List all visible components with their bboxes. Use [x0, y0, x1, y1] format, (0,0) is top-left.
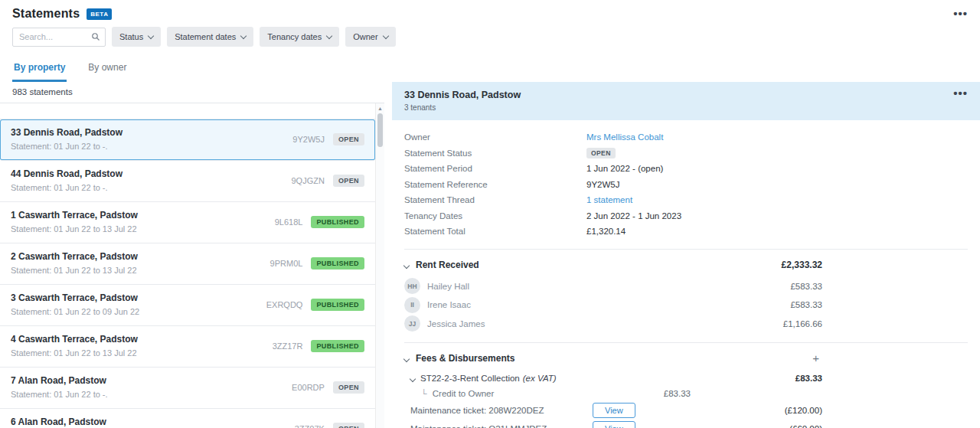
owner-link[interactable]: Mrs Mellissa Cobalt — [586, 132, 663, 142]
tenant-amount: £583.33 — [790, 300, 822, 309]
list-item-4-caswarth-terrace[interactable]: 4 Caswarth Terrace, Padstow Statement: 0… — [0, 326, 375, 368]
tenant-name: Jessica James — [427, 319, 485, 328]
filter-statement-dates[interactable]: Statement dates — [167, 27, 253, 47]
property-name: 6 Alan Road, Padstow — [11, 417, 295, 427]
page-more-button[interactable]: ••• — [953, 10, 968, 18]
collapse-fee-group-button[interactable] — [410, 374, 420, 383]
detail-property-title: 33 Dennis Road, Padstow — [404, 90, 521, 100]
field-label: Statement Thread — [404, 195, 586, 204]
fee-group-label: ST22-2-3-Rent Collection — [420, 374, 520, 383]
tenant-row: II Irene Isaac £583.33 — [404, 296, 822, 315]
field-label: Tenancy Dates — [404, 211, 586, 221]
fee-group-amount: £83.33 — [795, 374, 822, 383]
statement-reference: 9PRM0L — [270, 259, 303, 268]
list-item-6-alan-road[interactable]: 6 Alan Road, Padstow Statement: 01 Jun 2… — [0, 409, 375, 428]
list-scrollbar[interactable]: ▲ ▼ — [375, 103, 384, 428]
property-name: 44 Dennis Road, Padstow — [11, 168, 291, 179]
statement-period: Statement: 01 Jun 22 to -. — [11, 183, 291, 192]
statement-reference: EXRQDQ — [266, 300, 303, 309]
ticket-label: Maintenance ticket: O21LMMJDEZ — [410, 424, 593, 428]
credit-label: Credit to Owner — [433, 389, 495, 398]
statement-reference: E00RDP — [292, 383, 325, 392]
detail-tenant-count: 3 tenants — [404, 103, 521, 112]
view-tabs: By property By owner — [0, 54, 980, 82]
statement-period: Statement: 01 Jun 22 to 09 Jun 22 — [11, 307, 266, 316]
chevron-down-icon — [240, 32, 247, 38]
tab-by-property[interactable]: By property — [12, 59, 67, 82]
page-title: Statements — [12, 7, 80, 21]
filter-tenancy-dates-label: Tenancy dates — [267, 32, 322, 41]
list-item-1-caswarth-terrace[interactable]: 1 Caswarth Terrace, Padstow Statement: 0… — [0, 202, 375, 243]
statement-period: Statement: 01 Jun 22 to 13 Jul 22 — [11, 224, 275, 234]
field-row-statement-reference: Statement Reference 9Y2W5J — [404, 177, 968, 193]
field-label: Owner — [404, 132, 586, 142]
collapse-rent-received-button[interactable] — [404, 260, 416, 270]
field-row-statement-thread: Statement Thread 1 statement — [404, 192, 968, 208]
credit-amount: £83.33 — [664, 389, 691, 398]
status-badge: PUBLISHED — [311, 340, 364, 352]
property-name: 1 Caswarth Terrace, Padstow — [11, 210, 275, 221]
partial-list-item — [0, 103, 375, 119]
tenant-amount: £583.33 — [790, 282, 822, 291]
detail-body: Owner Mrs Mellissa Cobalt Statement Stat… — [392, 120, 980, 428]
ticket-amount: (£60.00) — [789, 424, 822, 428]
field-label: Statement Period — [404, 164, 586, 173]
rent-received-label: Rent Received — [416, 260, 479, 270]
list-item-33-dennis-road[interactable]: 33 Dennis Road, Padstow Statement: 01 Ju… — [0, 119, 375, 161]
ticket-label: Maintenance ticket: 208W220DEZ — [410, 406, 593, 415]
detail-more-button[interactable]: ••• — [953, 90, 968, 97]
status-badge: PUBLISHED — [311, 299, 364, 311]
tenant-avatar: JJ — [404, 315, 420, 332]
fee-group-row: ST22-2-3-Rent Collection (ex VAT) £83.33 — [410, 371, 822, 386]
search-box — [12, 28, 106, 47]
list-item-7-alan-road[interactable]: 7 Alan Road, Padstow Statement: 01 Jun 2… — [0, 368, 375, 409]
tenant-row: JJ Jessica James £1,166.66 — [404, 315, 822, 334]
top-bar: Statements BETA ••• — [0, 0, 980, 24]
collapse-fees-button[interactable] — [404, 353, 416, 364]
field-label: Statement Total — [404, 227, 586, 236]
statement-reference: 3ZZ17R — [273, 341, 303, 351]
statement-thread-link[interactable]: 1 statement — [586, 195, 632, 204]
list-item-2-caswarth-terrace[interactable]: 2 Caswarth Terrace, Padstow Statement: 0… — [0, 243, 375, 285]
field-row-tenancy-dates: Tenancy Dates 2 Jun 2022 - 1 Jun 2023 — [404, 208, 968, 224]
view-ticket-button[interactable]: View — [593, 403, 635, 418]
chevron-down-icon — [326, 32, 332, 38]
scrollbar-thumb[interactable] — [377, 113, 383, 147]
detail-fields: Owner Mrs Mellissa Cobalt Statement Stat… — [404, 129, 968, 240]
ellipsis-icon: ••• — [953, 87, 968, 100]
detail-header: 33 Dennis Road, Padstow 3 tenants ••• — [392, 82, 980, 120]
filter-bar: Status Statement dates Tenancy dates Own… — [0, 24, 980, 54]
statement-reference: 3ZZ07K — [295, 424, 325, 428]
filter-status-label: Status — [119, 32, 143, 41]
statements-count: 983 statements — [0, 82, 384, 103]
filter-statement-dates-label: Statement dates — [175, 32, 236, 41]
tenant-name: Irene Isaac — [427, 300, 471, 309]
filter-status[interactable]: Status — [112, 27, 161, 47]
fees-header: Fees & Disbursements + — [404, 343, 822, 371]
tab-by-owner[interactable]: By owner — [87, 59, 128, 82]
field-row-statement-status: Statement Status OPEN — [404, 145, 968, 162]
scroll-up-icon[interactable]: ▲ — [377, 103, 383, 112]
chevron-down-icon — [403, 262, 410, 268]
view-ticket-button[interactable]: View — [593, 421, 635, 428]
ticket-amount: (£120.00) — [785, 406, 822, 415]
statement-period: Statement: 01 Jun 22 to -. — [11, 142, 292, 151]
status-badge: OPEN — [333, 175, 364, 187]
maintenance-ticket-row: Maintenance ticket: O21LMMJDEZ View (£60… — [410, 420, 822, 428]
add-fee-button[interactable]: + — [812, 354, 819, 363]
plus-icon: + — [812, 351, 819, 364]
fees-section: Fees & Disbursements + ST22-2-3-Rent Col… — [404, 343, 968, 428]
statement-reference: 9Y2W5J — [292, 135, 325, 144]
filter-owner[interactable]: Owner — [345, 27, 395, 47]
beta-badge: BETA — [87, 8, 112, 20]
list-item-3-caswarth-terrace[interactable]: 3 Caswarth Terrace, Padstow Statement: 0… — [0, 285, 375, 326]
tenant-row: HH Hailey Hall £583.33 — [404, 277, 822, 296]
tenant-avatar: II — [404, 297, 420, 313]
filter-tenancy-dates[interactable]: Tenancy dates — [260, 27, 339, 47]
tenant-avatar: HH — [404, 278, 420, 294]
chevron-down-icon — [403, 356, 410, 362]
branch-icon: └ — [421, 389, 427, 398]
field-value: £1,320.14 — [586, 227, 626, 236]
statements-list: 33 Dennis Road, Padstow Statement: 01 Ju… — [0, 103, 375, 428]
list-item-44-dennis-road[interactable]: 44 Dennis Road, Padstow Statement: 01 Ju… — [0, 161, 375, 202]
